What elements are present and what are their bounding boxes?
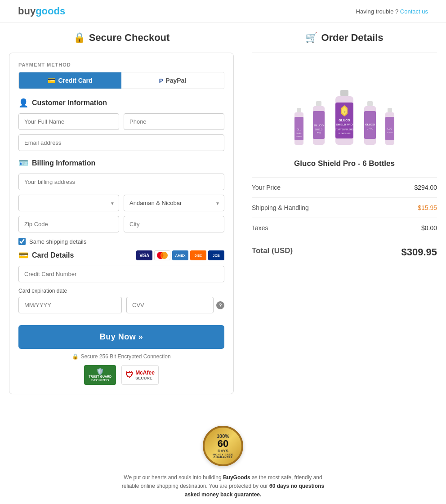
taxes-value: $0.00 [421,224,437,232]
paypal-icon: P [159,77,163,84]
trust-guard-secured: SECURED [91,378,109,382]
lock-icon: 🔒 [73,32,85,44]
svg-text:D PRO: D PRO [367,128,374,130]
money-back-badge: 100% 60 DAYS MONEY BACK GUARANTEE [203,426,243,466]
full-name-input[interactable] [18,113,119,130]
mcafee-badge: 🛡 McAfee SECURE [121,365,159,385]
expiry-cvv-row: ? [18,297,224,313]
id-card-icon: 🪪 [18,158,28,168]
svg-rect-2 [297,108,301,112]
country-select[interactable]: United States India [18,195,119,211]
mcafee-text: McAfee SECURE [135,370,155,380]
country-select-wrapper: United States India [18,195,119,211]
security-lock-icon: 🔒 [72,353,79,360]
billing-address-input[interactable] [18,174,224,190]
card-details-label: Card Details [32,251,74,259]
amex-icon: AMEX [172,250,188,260]
order-title-text: Order Details [321,32,383,44]
logo[interactable]: buygoods [18,5,65,17]
paypal-tab-label: PayPal [165,77,186,84]
svg-text:✓: ✓ [343,111,346,113]
cvv-input[interactable] [126,297,214,313]
email-input[interactable] [18,134,224,151]
checkout-title: 🔒 Secure Checkout [9,32,234,44]
shield-icon: 🛡️ [96,368,104,375]
svg-text:GLUCO: GLUCO [314,124,324,127]
customer-info-heading: 👤 Customer Information [18,98,224,108]
credit-card-icon: 💳 [48,77,55,84]
contact-us-link[interactable]: Contact us [400,8,428,15]
trust-guard-text: TRUST GUARD [89,375,112,378]
checkout-title-text: Secure Checkout [89,32,170,44]
bottle-far-left: GLU SHIEL D PRO [291,107,307,147]
person-icon: 👤 [18,98,28,108]
mcafee-sub: SECURE [135,376,155,380]
svg-rect-14 [340,90,348,96]
same-shipping-row: Same shipping details [18,238,224,245]
bottle-left: GLUCO SHIELD PRO [309,100,329,147]
svg-text:LCO: LCO [388,127,392,130]
order-divider [252,53,437,53]
svg-text:SHIEL: SHIEL [296,132,302,134]
total-value: $309.95 [401,246,437,258]
cvv-help-icon[interactable]: ? [216,301,224,309]
tab-credit-card[interactable]: 💳 Credit Card [19,72,121,89]
main-content: 🔒 Secure Checkout PAYMENT METHOD 💳 Credi… [0,23,446,412]
mastercard-icon [154,250,170,260]
zip-code-input[interactable] [18,216,119,232]
country-state-row: United States India Andaman & Nicobar An… [18,195,224,211]
product-name: Gluco Shield Pro - 6 Bottles [252,159,437,168]
expiry-input[interactable] [18,297,122,313]
state-select-wrapper: Andaman & Nicobar Andhra Pradesh [124,195,224,211]
right-panel: 🛒 Order Details GLU SHIEL D PRO [252,32,437,394]
card-number-row [18,266,224,282]
order-title: 🛒 Order Details [252,32,437,44]
card-details-icon: 💳 [18,250,28,260]
visa-icon: VISA [136,250,152,260]
buy-now-button[interactable]: Buy Now » [18,325,224,349]
phone-input[interactable] [124,113,224,130]
cvv-wrapper: ? [126,297,224,313]
state-select[interactable]: Andaman & Nicobar Andhra Pradesh [124,195,224,211]
bottle-center: ✓ GLUCO SHIELD PRO DIETARY SUPPLEMENT 30… [330,89,358,147]
footer: 100% 60 DAYS MONEY BACK GUARANTEE We put… [111,412,335,504]
header-right: Having trouble ? Contact us [356,8,428,15]
trouble-text: Having trouble ? [356,8,399,15]
card-number-input[interactable] [18,266,224,282]
svg-rect-29 [388,108,392,112]
badge-days: 60 [218,439,228,449]
expiry-label: Card expiration date [18,287,224,294]
billing-info-heading: 🪪 Billing Information [18,158,224,168]
your-price-label: Your Price [252,184,281,191]
trust-guard-badge: 🛡️ TRUST GUARD SECURED [84,365,116,385]
jcb-icon: JCB [208,250,224,260]
footer-text-part1: We put our hearts and souls into buildin… [124,474,223,481]
same-shipping-label[interactable]: Same shipping details [29,238,86,245]
name-phone-row [18,113,224,130]
shipping-value: $15.95 [418,204,437,211]
svg-text:SHIELD: SHIELD [315,129,323,131]
security-label: Secure 256 Bit Encrypted Connection [80,353,170,360]
logo-part2: goods [36,5,65,17]
svg-text:GLUCO: GLUCO [365,123,375,126]
trust-badges: 🛡️ TRUST GUARD SECURED 🛡 McAfee SECURE [18,365,224,385]
svg-text:PRO: PRO [317,132,321,134]
card-details-heading: 💳 Card Details [18,250,74,260]
payment-method-label: PAYMENT METHOD [18,62,224,67]
tab-paypal[interactable]: P PayPal [121,72,224,89]
svg-text:D PRO: D PRO [387,131,393,134]
city-input[interactable] [124,216,224,232]
product-image-container: GLU SHIEL D PRO GLUCO SHIELD PRO [252,62,437,152]
checkout-card: PAYMENT METHOD 💳 Credit Card P PayPal 👤 … [9,53,234,394]
footer-brand: BuyGoods [223,474,250,481]
customer-info-label: Customer Information [32,99,107,107]
badge-guarantee: MONEY BACK GUARANTEE [205,453,241,459]
logo-part1: buy [18,5,36,17]
svg-rect-8 [316,101,321,106]
taxes-label: Taxes [252,224,268,232]
cart-icon: 🛒 [305,32,317,44]
svg-text:SHIELD PRO: SHIELD PRO [336,123,353,126]
email-row [18,134,224,151]
same-shipping-checkbox[interactable] [18,238,26,245]
total-row: Total (USD) $309.95 [252,238,437,266]
